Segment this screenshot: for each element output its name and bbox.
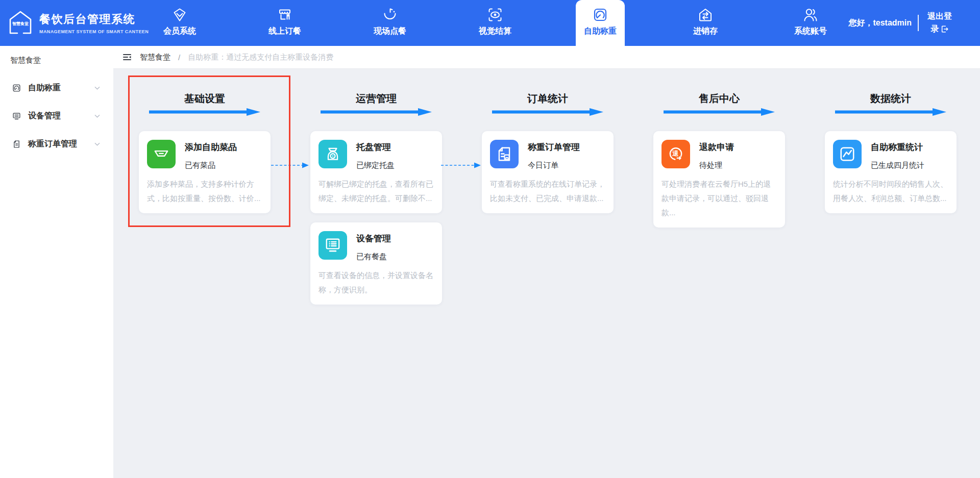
column-header: 数据统计 [825, 92, 957, 105]
nav-item-vision-checkout[interactable]: 视觉结算 [443, 0, 548, 46]
card-description: 可查看称重系统的在线订单记录，比如未支付、已完成、申请退款... [490, 177, 605, 206]
sidebar-menu: 自助称重 设备管理 称重订单管理 [0, 74, 113, 158]
card-subtitle: 已有餐盘 [356, 252, 391, 262]
card-device-management[interactable]: 设备管理 已有餐盘 可查看设备的信息，并设置设备名称，方便识别。 [310, 222, 442, 305]
card-description: 可解绑已绑定的托盘，查看所有已绑定、未绑定的托盘。可删除不... [318, 177, 434, 206]
sidebar-item-weighing-orders[interactable]: 称重订单管理 [0, 130, 113, 158]
header-arrow [835, 108, 946, 116]
card-title: 托盘管理 [356, 141, 395, 153]
top-navbar: 智慧食堂 餐饮后台管理系统 MANAGEMENT SYSTEM OF SMART… [0, 0, 980, 46]
card-title: 称重订单管理 [528, 141, 580, 153]
breadcrumb: 智慧食堂 / 自助称重：通过无感支付自主称重设备消费 [113, 46, 980, 69]
nav-item-onsite-order[interactable]: 现场点餐 [337, 0, 443, 46]
column-header: 基础设置 [139, 92, 271, 105]
logout-icon [939, 24, 949, 33]
column-after-sales: 售后中心 退 退款申请 待处理 [653, 92, 785, 305]
user-area: 您好，testadmin 退出登录 [848, 0, 954, 46]
card-title: 退款申请 [699, 141, 734, 153]
column-operations: 运营管理 托盘管理 [310, 92, 442, 305]
nav-label: 系统账号 [794, 26, 827, 37]
chevron-down-icon [94, 142, 100, 146]
nav-label: 进销存 [693, 26, 718, 37]
line-chart-icon [833, 140, 862, 168]
card-tray-management[interactable]: 托盘管理 已绑定托盘 可解绑已绑定的托盘，查看所有已绑定、未绑定的托盘。可删除不… [310, 131, 442, 213]
tray-scale-icon [318, 140, 347, 168]
smart-canteen-logo-icon: 智慧食堂 [7, 10, 34, 36]
column-header: 订单统计 [482, 92, 614, 105]
nav-menu: 会员系统 线上订餐 [127, 0, 863, 46]
nav-label: 视觉结算 [479, 26, 511, 37]
sidebar-title: 智慧食堂 [0, 46, 113, 65]
header-arrow [321, 108, 432, 116]
card-subtitle: 今日订单 [528, 161, 580, 170]
breadcrumb-separator: / [178, 53, 180, 62]
app-logo: 智慧食堂 餐饮后台管理系统 MANAGEMENT SYSTEM OF SMART… [0, 0, 127, 46]
dashed-flow-arrow [440, 161, 481, 169]
column-order-stats: 订单统计 [482, 92, 614, 305]
card-description: 统计分析不同时间段的销售人次、用餐人次、利润总额、订单总数... [833, 177, 948, 206]
nav-item-system-account[interactable]: 系统账号 [758, 0, 863, 46]
logout-button[interactable]: 退出登录 [925, 10, 954, 36]
card-description: 可处理消费者在云餐厅H5上的退款申请记录，可以通过、驳回退款... [662, 177, 777, 220]
card-weighing-orders[interactable]: 称重订单管理 今日订单 可查看称重系统的在线订单记录，比如未支付、已完成、申请退… [482, 131, 614, 213]
card-description: 添加多种菜品，支持多种计价方式，比如按重量、按份数、计价... [147, 177, 262, 206]
warehouse-arrows-icon [697, 7, 714, 23]
feature-columns: 基础设置 添加自助菜品 已有菜品 添 [139, 92, 957, 305]
sidebar-item-label: 称重订单管理 [28, 139, 77, 149]
card-add-dish[interactable]: 添加自助菜品 已有菜品 添加多种菜品，支持多种计价方式，比如按重量、按份数、计价… [139, 131, 271, 213]
monitor-list-icon [318, 231, 347, 260]
divider [918, 15, 919, 31]
nav-label: 线上订餐 [268, 26, 301, 37]
storefront-icon [277, 7, 293, 23]
card-title: 添加自助菜品 [185, 141, 237, 153]
header-arrow [149, 108, 260, 116]
scale-icon [12, 84, 21, 92]
card-refund-requests[interactable]: 退 退款申请 待处理 可处理消费者在云餐厅H5上的退款申请记录，可以通过、驳回退… [653, 131, 785, 228]
svg-text:退: 退 [672, 150, 679, 157]
card-subtitle: 已生成四月统计 [871, 161, 924, 170]
column-basic-settings: 基础设置 添加自助菜品 已有菜品 添 [139, 92, 271, 305]
nav-item-inventory[interactable]: 进销存 [653, 0, 758, 46]
nav-label: 自助称重 [584, 26, 617, 37]
nav-label: 会员系统 [163, 26, 196, 37]
monitor-icon [12, 112, 21, 120]
header-arrow [492, 108, 603, 116]
header-arrow [664, 108, 775, 116]
nav-item-online-order[interactable]: 线上订餐 [232, 0, 337, 46]
nav-item-self-weighing[interactable]: 自助称重 [548, 0, 653, 46]
card-subtitle: 已有菜品 [185, 161, 237, 170]
bowl-icon [382, 7, 398, 23]
dish-icon [147, 140, 176, 168]
sidebar-item-label: 设备管理 [28, 111, 61, 121]
column-header: 运营管理 [310, 92, 442, 105]
sidebar-item-label: 自助称重 [28, 83, 61, 93]
sidebar: 智慧食堂 自助称重 设备管理 称重订单管理 [0, 46, 113, 478]
order-doc-icon [12, 140, 21, 148]
card-subtitle: 待处理 [699, 161, 734, 170]
users-icon [802, 7, 819, 23]
main-content: 基础设置 添加自助菜品 已有菜品 添 [113, 69, 980, 478]
sidebar-item-device-management[interactable]: 设备管理 [0, 102, 113, 130]
order-doc-scale-icon [490, 140, 519, 168]
user-greeting: 您好，testadmin [848, 18, 912, 29]
refund-icon: 退 [662, 140, 690, 168]
card-title: 设备管理 [356, 233, 391, 244]
chevron-down-icon [94, 114, 100, 118]
card-title: 自助称重统计 [871, 141, 924, 153]
card-weighing-stats[interactable]: 自助称重统计 已生成四月统计 统计分析不同时间段的销售人次、用餐人次、利润总额、… [825, 131, 957, 213]
gem-icon [172, 7, 188, 23]
sidebar-item-self-weighing[interactable]: 自助称重 [0, 74, 113, 102]
vision-scan-icon [487, 7, 503, 23]
chevron-down-icon [94, 86, 100, 90]
nav-label: 现场点餐 [374, 26, 406, 37]
nav-item-membership[interactable]: 会员系统 [127, 0, 232, 46]
dashed-flow-arrow [271, 161, 309, 169]
svg-text:智慧食堂: 智慧食堂 [12, 21, 29, 26]
collapse-menu-icon[interactable] [122, 52, 132, 62]
card-description: 可查看设备的信息，并设置设备名称，方便识别。 [318, 268, 434, 297]
column-data-stats: 数据统计 自助称重统计 已生成四月统计 [825, 92, 957, 305]
card-subtitle: 已绑定托盘 [356, 161, 395, 170]
breadcrumb-current: 自助称重：通过无感支付自主称重设备消费 [188, 53, 333, 62]
column-header: 售后中心 [653, 92, 785, 105]
breadcrumb-root[interactable]: 智慧食堂 [140, 53, 170, 62]
